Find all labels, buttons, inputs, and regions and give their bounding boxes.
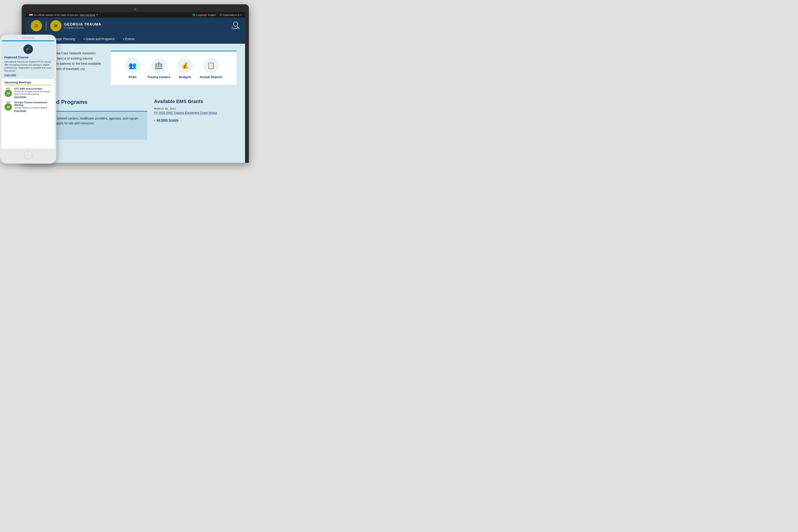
mobile-meetings-title: Upcoming Meetings [4, 81, 52, 85]
language-label: Language: English [196, 14, 216, 16]
mobile-featured-text: International Trauma Life Support (ITLS)… [4, 60, 52, 73]
meeting-month-nov: NOV [6, 101, 11, 103]
meeting-desc-oct: MADISON / Georgia Trauma Commission EMS … [14, 91, 52, 95]
nav-item-grants-programs[interactable]: ▾ Grants and Programs [79, 34, 119, 44]
rtac-label: RTAC [129, 75, 137, 79]
grants-right-column: Available EMS Grants MARCH 26, 2021 FY 2… [154, 99, 236, 140]
mobile-learn-more-link[interactable]: Learn more [4, 74, 52, 76]
site-title: GEORGIA TRAUMA [64, 22, 101, 26]
nav-arrow-events: ▾ [123, 38, 124, 40]
top-bar-right: 🌐 Language: English ☰ Organizations A-Z [192, 14, 242, 16]
meeting-month-oct: OCT [6, 88, 11, 90]
all-ems-grants-link[interactable]: All EMS Grants [156, 118, 178, 122]
laptop-screen: An official website of the State of Geor… [25, 12, 245, 163]
grant-link: FY 2021 EMS Trauma Equipment Grant Notic… [154, 111, 236, 115]
meeting-date-nov: NOV 18 [4, 101, 12, 112]
budgets-label: Budgets [179, 75, 191, 79]
organizations-label: Organizations A-Z [223, 14, 242, 16]
meeting-item-oct28: OCT 28 GTC EMS Subcommittee MADISON / Ge… [4, 88, 52, 98]
meeting-info-oct: GTC EMS Subcommittee MADISON / Georgia T… [14, 88, 52, 98]
globe-icon: 🌐 [192, 14, 195, 16]
available-grants-heading: Available EMS Grants [154, 99, 236, 104]
top-bar: An official website of the State of Geor… [25, 12, 245, 18]
annual-reports-label: Annual Reports [200, 75, 222, 79]
gtc-seal-icon: 🏛 [50, 20, 61, 31]
mobile-screen: 🎓 Featured Course International Trauma L… [2, 40, 55, 149]
meeting-details-nov-link[interactable]: Event details [14, 110, 52, 112]
logo-separator [46, 21, 46, 31]
trauma-centers-label: Trauma Centers [147, 75, 170, 79]
main-nav: ▾ About ▾ Strategic Planning ▾ Grants an… [25, 34, 245, 44]
main-content: e Georgia Trauma Care Network mmission c… [25, 44, 245, 163]
logo-text: GEORGIA TRAUMA COMMISSION [64, 22, 101, 29]
meeting-day-28: 28 [4, 90, 12, 97]
search-button[interactable]: Search [232, 22, 240, 30]
meeting-name-oct: GTC EMS Subcommittee [14, 88, 52, 90]
all-grants-row: › All EMS Grants [154, 118, 236, 122]
quick-link-trauma-centers[interactable]: 🏥 Trauma Centers [147, 58, 170, 79]
mobile-shell: 🎓 Featured Course International Trauma L… [0, 35, 56, 164]
meeting-item-nov18: NOV 18 Georgia Trauma Commission Meeting… [4, 101, 52, 112]
site-header: ⚖ 🏛 GEORGIA TRAUMA COMMISSION Search [25, 18, 245, 34]
course-graduation-icon: 🎓 [23, 44, 33, 54]
nav-grants-label: Grants and Programs [86, 37, 114, 41]
top-bar-left: An official website of the State of Geor… [29, 14, 98, 16]
meeting-desc-nov: Georgia Trauma Commission Meeting [14, 107, 52, 109]
mobile-meetings-section: Upcoming Meetings OCT 28 GTC EMS Subcomm… [2, 79, 55, 117]
budgets-icon: 💰 [177, 58, 193, 73]
quick-link-annual-reports[interactable]: 📋 Annual Reports [200, 58, 222, 79]
logo-area: ⚖ 🏛 GEORGIA TRAUMA COMMISSION [31, 20, 101, 31]
laptop-camera [134, 8, 136, 11]
trauma-centers-icon: 🏥 [151, 58, 167, 73]
list-icon: ☰ [220, 14, 222, 16]
state-seal-icon: ⚖ [31, 20, 42, 31]
nav-arrow-grants: ▾ [83, 38, 84, 40]
meeting-date-oct: OCT 28 [4, 88, 12, 98]
grant-date: MARCH 26, 2021 [154, 107, 236, 110]
dropdown-arrow-icon: ▾ [97, 14, 98, 16]
ems-grant-link[interactable]: FY 2021 EMS Trauma Equipment Grant Notic… [154, 111, 217, 114]
meeting-info-nov: Georgia Trauma Commission Meeting Georgi… [14, 101, 52, 112]
language-selector[interactable]: 🌐 Language: English [192, 14, 216, 16]
chevron-right-icon: › [154, 118, 155, 122]
nav-events-label: Events [125, 37, 134, 41]
site-subtitle: COMMISSION [64, 26, 101, 29]
quick-links-box: 👥 RTAC 🏥 Trauma Centers 💰 Budgets 📋 Annu… [111, 51, 236, 85]
mobile-featured-area: 🎓 Featured Course International Trauma L… [2, 41, 55, 79]
rtac-icon: 👥 [125, 58, 140, 73]
hero-section: e Georgia Trauma Care Network mmission c… [25, 44, 245, 92]
official-text: An official website of the State of Geor… [34, 14, 79, 16]
nav-item-events[interactable]: ▾ Events [119, 34, 139, 44]
meeting-name-nov: Georgia Trauma Commission Meeting [14, 101, 52, 106]
how-you-know-link[interactable]: How you know [80, 14, 95, 16]
quick-link-budgets[interactable]: 💰 Budgets [177, 58, 193, 79]
mobile-featured-title: Featured Course [4, 56, 52, 59]
meeting-day-18: 18 [4, 103, 12, 111]
mobile-notch [22, 37, 35, 39]
georgia-flag-icon [29, 14, 33, 16]
mobile-home-button[interactable] [24, 151, 33, 159]
grants-section: rants and Programs igible trauma network… [25, 92, 245, 147]
annual-reports-icon: 📋 [203, 58, 219, 73]
search-icon [233, 22, 238, 26]
quick-link-rtac[interactable]: 👥 RTAC [125, 58, 140, 79]
organizations-link[interactable]: ☰ Organizations A-Z [220, 14, 242, 16]
meeting-details-oct-link[interactable]: Event details [14, 96, 52, 98]
